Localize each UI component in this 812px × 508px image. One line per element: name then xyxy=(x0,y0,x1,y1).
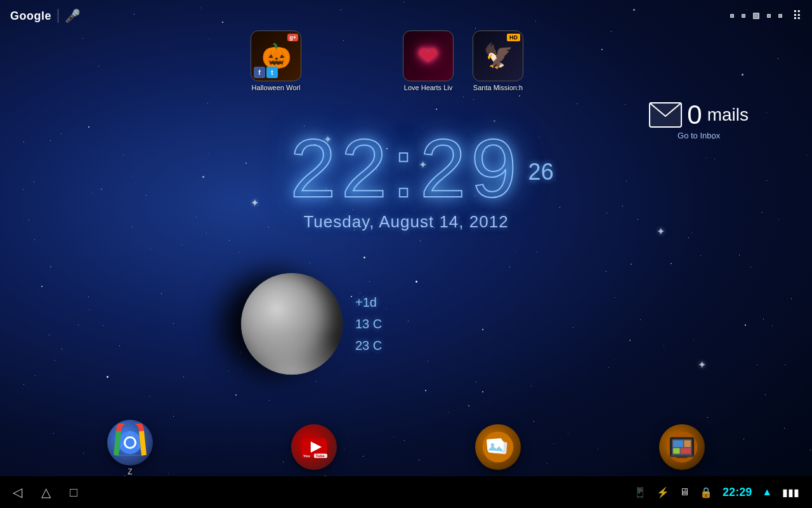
svg-rect-19 xyxy=(676,456,687,458)
star xyxy=(778,219,779,220)
moon-cloud xyxy=(241,337,343,375)
santa-label: Santa Mission:h xyxy=(469,84,527,91)
star xyxy=(239,252,239,253)
app-drawer-icon[interactable]: ⠿ xyxy=(792,8,802,23)
chrome-label: Z xyxy=(128,467,132,476)
star xyxy=(34,239,35,240)
star xyxy=(310,263,310,264)
youtube-icon: You Tube xyxy=(291,424,337,470)
star xyxy=(778,58,778,59)
star xyxy=(707,417,708,418)
page-dot-5 xyxy=(778,14,782,18)
chrome-icon xyxy=(107,420,153,465)
star xyxy=(209,39,209,40)
clock-date: Tuesday, August 14, 2012 xyxy=(290,212,521,232)
star xyxy=(173,323,174,324)
star xyxy=(750,267,751,267)
home-button[interactable]: △ xyxy=(41,485,51,500)
star xyxy=(133,176,133,177)
star xyxy=(516,251,516,251)
star xyxy=(640,319,641,320)
page-dot-2 xyxy=(742,14,745,18)
star xyxy=(622,206,623,206)
app-icon-halloween[interactable]: g+ f t Halloween Worl xyxy=(247,30,304,91)
star xyxy=(714,159,715,159)
star xyxy=(132,227,133,227)
star xyxy=(606,213,607,213)
star xyxy=(62,349,62,349)
mail-count: 0 xyxy=(687,102,702,128)
star xyxy=(268,227,269,227)
facebook-badge: f xyxy=(254,67,265,78)
star xyxy=(228,371,229,371)
star xyxy=(420,241,421,241)
mic-icon[interactable]: 🎤 xyxy=(65,8,81,23)
star xyxy=(269,400,270,401)
dock-media[interactable] xyxy=(659,424,705,472)
star xyxy=(688,237,689,238)
dock-youtube[interactable]: You Tube xyxy=(291,424,337,472)
clock-seconds: 26 xyxy=(528,159,554,185)
page-dot-4 xyxy=(767,14,771,18)
star xyxy=(88,297,89,297)
star xyxy=(386,309,387,309)
mail-widget[interactable]: 0 mails Go to Inbox xyxy=(649,102,749,140)
media-icon xyxy=(659,424,705,470)
star xyxy=(766,112,767,113)
star xyxy=(146,195,147,196)
star xyxy=(691,232,692,233)
star xyxy=(50,266,51,267)
hd-badge: HD xyxy=(507,34,520,41)
star xyxy=(246,163,247,164)
lock-icon: 🔒 xyxy=(700,486,712,498)
recents-button[interactable]: □ xyxy=(70,485,77,500)
star xyxy=(573,327,573,328)
svg-text:You: You xyxy=(303,454,310,458)
social-badges: f t xyxy=(254,67,278,78)
santa-icon-img: HD xyxy=(473,30,523,81)
star xyxy=(555,180,556,181)
weather-temp-high: 23 C xyxy=(355,335,382,356)
back-button[interactable]: ◁ xyxy=(13,485,22,500)
star xyxy=(631,264,632,265)
star xyxy=(482,391,483,392)
star xyxy=(103,325,103,326)
lovehearts-icon-img xyxy=(403,30,454,81)
star xyxy=(537,251,537,252)
star xyxy=(82,38,83,39)
star xyxy=(693,340,694,340)
topbar-divider xyxy=(58,9,58,23)
svg-point-3 xyxy=(126,438,134,447)
dock-chrome[interactable]: Z xyxy=(107,420,153,476)
app-icon-santa[interactable]: HD Santa Mission:h xyxy=(469,30,527,91)
mail-icon xyxy=(649,102,682,128)
sparkle-2: ✦ xyxy=(251,197,259,209)
star xyxy=(235,394,237,396)
page-dot-1 xyxy=(730,14,734,18)
star xyxy=(107,376,108,378)
app-icon-lovehearts[interactable]: Love Hearts Liv xyxy=(400,30,457,91)
star xyxy=(482,329,483,330)
halloween-icon-img: g+ f t xyxy=(251,30,301,81)
star xyxy=(89,309,89,310)
star xyxy=(625,104,625,105)
dock-photos[interactable] xyxy=(475,424,521,472)
star xyxy=(196,217,197,217)
lovehearts-label: Love Hearts Liv xyxy=(400,84,457,91)
star xyxy=(608,367,609,368)
star xyxy=(577,104,577,104)
star xyxy=(772,326,773,326)
star xyxy=(202,176,204,178)
star xyxy=(208,153,209,154)
star xyxy=(316,381,317,382)
star xyxy=(183,377,184,377)
star xyxy=(173,416,174,417)
star xyxy=(50,140,51,141)
weather-temp-low: 13 C xyxy=(355,313,382,335)
star xyxy=(92,192,93,192)
halloween-label: Halloween Worl xyxy=(247,84,304,91)
star xyxy=(463,97,464,97)
star xyxy=(55,360,55,361)
mail-goto-inbox: Go to Inbox xyxy=(678,131,720,140)
star xyxy=(428,361,428,361)
